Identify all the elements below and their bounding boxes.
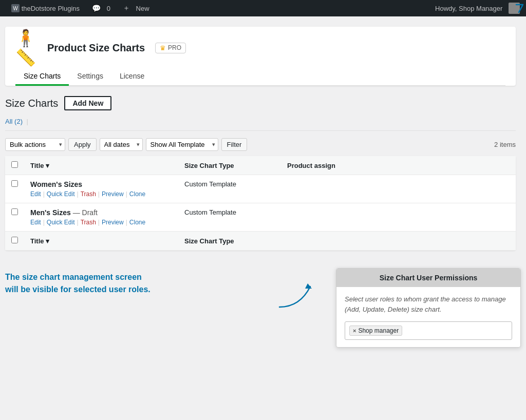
table-header-row: Title ▾ Size Chart Type Product assign — [5, 156, 516, 175]
new-label: New — [136, 5, 149, 12]
plugin-title: Product Size Charts — [47, 42, 145, 54]
table-row: Men's Sizes — Draft Edit | Quick Edit | … — [5, 203, 516, 232]
row-checkbox-cell-2 — [5, 203, 24, 232]
footer-title-col: Title ▾ — [24, 232, 178, 251]
title-sort-icon-footer[interactable]: ▾ — [46, 237, 49, 245]
permissions-popup-body: Select user roles to whom grant the acce… — [336, 287, 520, 347]
new-item[interactable]: ＋ New — [118, 0, 155, 16]
site-name-item[interactable]: W theDotstore Plugins — [6, 0, 85, 16]
size-charts-table: Title ▾ Size Chart Type Product assign W… — [5, 156, 516, 251]
row-title-link-1[interactable]: Women's Sizes — [30, 180, 82, 188]
quick-edit-link-1[interactable]: Quick Edit — [47, 190, 75, 198]
tab-size-charts[interactable]: Size Charts — [15, 68, 69, 86]
edit-link-2[interactable]: Edit — [30, 219, 41, 226]
footer-empty-col — [281, 232, 516, 251]
tab-settings[interactable]: Settings — [69, 68, 111, 86]
show-all-template-wrapper: Show All Template — [146, 138, 218, 151]
add-new-button[interactable]: Add New — [64, 96, 111, 110]
plugin-card: 🧍📏 Product Size Charts ♛ PRO Size Charts… — [5, 27, 516, 86]
page-heading-row: Size Charts Add New — [5, 96, 516, 110]
footer-type-col: Size Chart Type — [178, 232, 281, 251]
preview-link-1[interactable]: Preview — [102, 190, 124, 198]
bulk-actions-select[interactable]: Bulk actions Move to Trash — [5, 138, 65, 151]
items-count: 2 items — [494, 141, 516, 148]
row-type-cell-1: Custom Template — [178, 175, 281, 203]
remove-role-icon[interactable]: × — [353, 328, 356, 334]
crown-icon: ♛ — [160, 44, 166, 52]
row-checkbox-2[interactable] — [11, 208, 18, 215]
role-label: Shop manager — [358, 327, 399, 334]
table-divider-top — [5, 130, 516, 131]
row-title-cell-2: Men's Sizes — Draft Edit | Quick Edit | … — [24, 203, 178, 232]
header-checkbox-col — [5, 156, 24, 175]
plus-icon: ＋ — [123, 4, 130, 13]
row-actions-1: Edit | Quick Edit | Trash | Preview | Cl… — [30, 190, 172, 198]
table-row: Women's Sizes Edit | Quick Edit | Trash … — [5, 175, 516, 203]
edit-link-1[interactable]: Edit — [30, 190, 41, 198]
clone-link-2[interactable]: Clone — [129, 219, 145, 226]
tab-license[interactable]: License — [111, 68, 153, 86]
comments-count: 0 — [107, 5, 110, 12]
admin-bar: W theDotstore Plugins 💬 0 ＋ New Howdy, S… — [0, 0, 526, 16]
draft-label: — Draft — [73, 208, 98, 217]
show-all-template-select[interactable]: Show All Template — [146, 138, 218, 151]
page-title: Size Charts — [5, 98, 58, 109]
select-all-checkbox-footer[interactable] — [11, 237, 18, 243]
row-actions-2: Edit | Quick Edit | Trash | Preview | Cl… — [30, 219, 172, 226]
role-input-wrapper[interactable]: × Shop manager — [345, 321, 512, 340]
table-footer-row: Title ▾ Size Chart Type — [5, 232, 516, 251]
filter-sep: | — [27, 118, 28, 125]
footer-checkbox-col — [5, 232, 24, 251]
select-all-checkbox[interactable] — [11, 161, 18, 168]
all-filter-link[interactable]: All (2) — [5, 118, 25, 125]
header-title: Title ▾ — [24, 156, 178, 175]
permissions-popup: Size Chart User Permissions Select user … — [336, 268, 521, 348]
wp-logo-icon: W — [11, 4, 20, 12]
site-name-label: theDotstore Plugins — [22, 5, 80, 12]
bulk-actions-wrapper: Bulk actions Move to Trash — [5, 138, 65, 151]
plugin-header: 🧍📏 Product Size Charts ♛ PRO — [15, 35, 505, 61]
title-sort-icon[interactable]: ▾ — [46, 162, 49, 169]
plugin-logo: 🧍📏 — [15, 35, 41, 61]
trash-link-2[interactable]: Trash — [81, 219, 96, 226]
filter-button[interactable]: Filter — [221, 138, 248, 151]
quick-edit-link-2[interactable]: Quick Edit — [47, 219, 75, 226]
all-dates-wrapper: All dates — [100, 138, 143, 151]
howdy-label: Howdy, Shop Manager — [435, 5, 502, 12]
filter-bar: Bulk actions Move to Trash Apply All dat… — [5, 135, 516, 151]
annotation-text: The size chart management screen will be… — [5, 271, 180, 296]
comments-item[interactable]: 💬 0 — [87, 0, 116, 16]
row-checkbox-1[interactable] — [11, 180, 18, 187]
annotation-arrow — [274, 281, 315, 312]
all-dates-select[interactable]: All dates — [100, 138, 143, 151]
apply-button[interactable]: Apply — [68, 138, 97, 151]
header-type: Size Chart Type — [178, 156, 281, 175]
filter-links: All (2) | — [5, 118, 516, 125]
plugin-tabs: Size Charts Settings License — [15, 68, 505, 86]
permissions-popup-header: Size Chart User Permissions — [336, 269, 520, 287]
pro-badge: ♛ PRO — [155, 43, 186, 53]
role-tag-shop-manager: × Shop manager — [349, 326, 402, 336]
row-title-cell-1: Women's Sizes Edit | Quick Edit | Trash … — [24, 175, 178, 203]
row-assign-cell-1 — [281, 175, 516, 203]
row-type-cell-2: Custom Template — [178, 203, 281, 232]
bubble-icon: 💬 — [92, 4, 101, 12]
row-title-link-2[interactable]: Men's Sizes — Draft — [30, 208, 98, 217]
clone-link-1[interactable]: Clone — [129, 190, 145, 198]
header-assign: Product assign — [281, 156, 516, 175]
row-checkbox-cell — [5, 175, 24, 203]
trash-link-1[interactable]: Trash — [81, 190, 96, 198]
permissions-description: Select user roles to whom grant the acce… — [345, 294, 512, 314]
row-assign-cell-2 — [281, 203, 516, 232]
preview-link-2[interactable]: Preview — [102, 219, 124, 226]
